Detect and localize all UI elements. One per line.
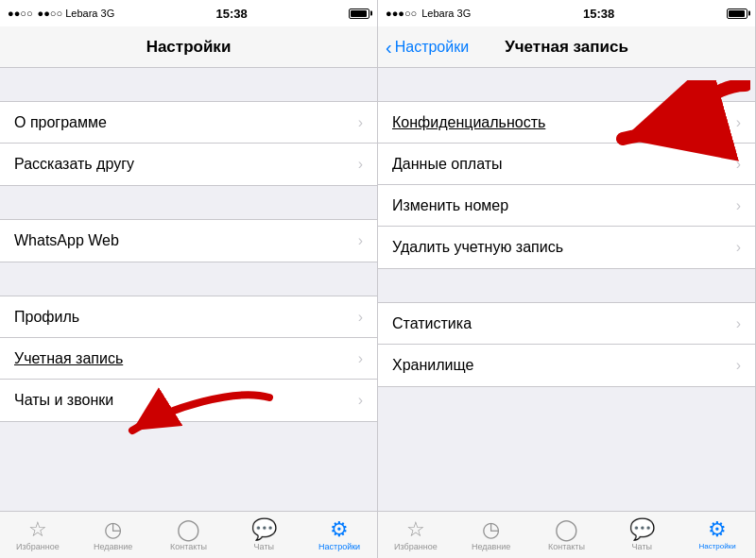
panel-account: ●●●○○ Lebara 3G 15:38 ‹ Настройки Учетна… [378, 0, 756, 558]
recent-label-right: Недавние [472, 542, 510, 551]
settings-item-invite[interactable]: Рассказать другу › [0, 144, 377, 185]
carrier-name-right: Lebara 3G [421, 8, 471, 19]
tab-bar-left: ☆ Избранное ◷ Недавние ◯ Контакты 💬 Чаты… [0, 511, 377, 558]
tab-chats-left[interactable]: 💬 Чаты [226, 519, 301, 551]
settings-item-about-label: О программе [14, 114, 107, 131]
tab-favorites-right[interactable]: ☆ Избранное [378, 519, 454, 551]
spacer1 [0, 68, 377, 101]
settings-section-1: О программе › Рассказать другу › [0, 101, 377, 186]
spacer2 [0, 186, 377, 219]
contacts-icon-right: ◯ [555, 519, 578, 540]
chevron-storage: › [736, 357, 741, 374]
carrier-signal-right: ●●●○○ Lebara 3G [386, 8, 471, 19]
tab-bar-right: ☆ Избранное ◷ Недавние ◯ Контакты 💬 Чаты… [378, 511, 755, 558]
settings-item-whatsapp-web-label: WhatsApp Web [14, 232, 119, 249]
chevron-stats: › [736, 315, 741, 332]
spacer3 [0, 262, 377, 296]
chevron-account: › [358, 350, 363, 367]
nav-bar-settings: Настройки [0, 26, 377, 68]
chevron-invite: › [358, 156, 363, 173]
spacer-r1 [378, 68, 755, 101]
chats-label-left: Чаты [254, 542, 274, 551]
settings-label-left: Настройки [318, 542, 360, 551]
account-item-change-number[interactable]: Изменить номер › [378, 185, 755, 227]
account-section-1: Конфиденциальность › Данные оплаты › Изм… [378, 101, 755, 269]
settings-section-2: WhatsApp Web › [0, 219, 377, 262]
account-item-privacy-label: Конфиденциальность [392, 114, 545, 131]
back-label: Настройки [395, 39, 469, 56]
account-item-storage-label: Хранилище [392, 357, 473, 374]
settings-item-profile-label: Профиль [14, 309, 79, 326]
chevron-profile: › [358, 309, 363, 326]
settings-item-account[interactable]: Учетная запись › [0, 338, 377, 380]
signal-dots: ●●○○ [8, 8, 33, 19]
tab-favorites-left[interactable]: ☆ Избранное [0, 519, 76, 551]
chevron-chats: › [358, 392, 363, 409]
tab-recent-right[interactable]: ◷ Недавние [454, 519, 529, 551]
favorites-icon-left: ☆ [28, 519, 47, 540]
settings-item-account-label: Учетная запись [14, 350, 123, 367]
chevron-whatsapp-web: › [358, 232, 363, 249]
carrier-name: ●●○○ Lebara 3G [38, 8, 115, 19]
back-chevron: ‹ [386, 38, 392, 57]
carrier-signal-left: ●●○○ ●●○○ Lebara 3G [8, 8, 114, 19]
spacer-r2 [378, 269, 755, 302]
account-item-privacy[interactable]: Конфиденциальность › [378, 102, 755, 144]
panel-settings: ●●○○ ●●○○ Lebara 3G 15:38 Настройки О пр… [0, 0, 378, 558]
settings-content: О программе › Рассказать другу › WhatsAp… [0, 68, 377, 511]
account-item-storage[interactable]: Хранилище › [378, 345, 755, 386]
favorites-icon-right: ☆ [406, 519, 425, 540]
account-item-stats[interactable]: Статистика › [378, 303, 755, 345]
chevron-change-number: › [736, 197, 741, 214]
contacts-label-left: Контакты [170, 542, 207, 551]
chats-icon-right: 💬 [629, 519, 655, 540]
account-content: Конфиденциальность › Данные оплаты › Изм… [378, 68, 755, 511]
account-item-change-number-label: Изменить номер [392, 197, 508, 214]
chats-label-right: Чаты [632, 542, 652, 551]
nav-bar-account: ‹ Настройки Учетная запись [378, 26, 755, 68]
signal-dots-right: ●●●○○ [386, 8, 417, 19]
tab-settings-right[interactable]: ⚙ Настройки [679, 519, 755, 550]
account-section-2: Статистика › Хранилище › [378, 302, 755, 387]
nav-title-settings: Настройки [146, 38, 232, 57]
tab-recent-left[interactable]: ◷ Недавние [76, 519, 151, 551]
account-item-payment[interactable]: Данные оплаты › [378, 144, 755, 185]
settings-item-profile[interactable]: Профиль › [0, 296, 377, 338]
chats-icon-left: 💬 [251, 519, 277, 540]
recent-label-left: Недавние [94, 542, 132, 551]
settings-item-chats[interactable]: Чаты и звонки › [0, 380, 377, 421]
chevron-about: › [358, 114, 363, 131]
tab-contacts-left[interactable]: ◯ Контакты [151, 519, 227, 551]
contacts-icon-left: ◯ [177, 519, 200, 540]
settings-item-chats-label: Чаты и звонки [14, 392, 113, 409]
chevron-privacy: › [736, 114, 741, 131]
time-right: 15:38 [583, 7, 614, 21]
status-bar-right: ●●●○○ Lebara 3G 15:38 [378, 0, 755, 26]
settings-icon-left: ⚙ [330, 519, 349, 540]
account-item-payment-label: Данные оплаты [392, 156, 503, 173]
time-left: 15:38 [215, 7, 247, 21]
battery-right [727, 8, 747, 19]
settings-section-3: Профиль › Учетная запись › Чаты и звонки… [0, 296, 377, 422]
settings-item-about[interactable]: О программе › [0, 102, 377, 144]
recent-icon-right: ◷ [482, 519, 500, 540]
battery-left [349, 8, 369, 19]
recent-icon-left: ◷ [104, 519, 122, 540]
settings-icon-right: ⚙ [708, 519, 727, 540]
settings-item-invite-label: Рассказать другу [14, 156, 134, 173]
account-item-delete-label: Удалить учетную запись [392, 239, 563, 256]
back-button-account[interactable]: ‹ Настройки [386, 38, 469, 57]
tab-contacts-right[interactable]: ◯ Контакты [529, 519, 605, 551]
chevron-payment: › [736, 156, 741, 173]
chevron-delete: › [736, 239, 741, 256]
status-bar-left: ●●○○ ●●○○ Lebara 3G 15:38 [0, 0, 377, 26]
tab-settings-left[interactable]: ⚙ Настройки [301, 519, 377, 551]
contacts-label-right: Контакты [548, 542, 585, 551]
settings-item-whatsapp-web[interactable]: WhatsApp Web › [0, 220, 377, 262]
account-item-stats-label: Статистика [392, 315, 472, 332]
favorites-label-left: Избранное [16, 542, 60, 551]
favorites-label-right: Избранное [394, 542, 438, 551]
account-item-delete[interactable]: Удалить учетную запись › [378, 227, 755, 268]
nav-title-account: Учетная запись [505, 38, 628, 57]
tab-chats-right[interactable]: 💬 Чаты [604, 519, 679, 551]
